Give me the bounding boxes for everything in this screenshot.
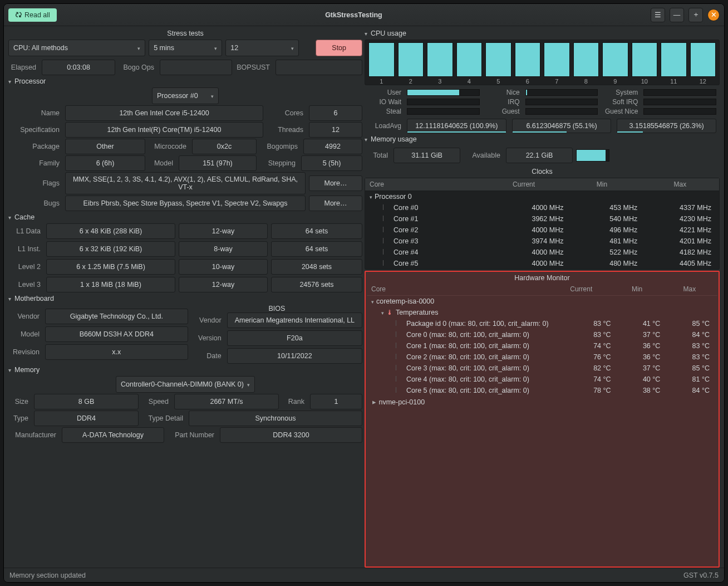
cache-label: Level 2 xyxy=(8,263,43,271)
table-row[interactable]: Core 4 (max: 80, crit: 100, crit_alarm: … xyxy=(367,374,717,385)
cpu-core-num: 7 xyxy=(555,78,558,85)
hwmon-min: 38 °C xyxy=(611,387,661,394)
clocks-table: Core Current Min Max Processor 0Core #04… xyxy=(365,178,720,270)
clock-core: Core #2 xyxy=(393,226,490,234)
hwmon-core: Core 1 (max: 80, crit: 100, crit_alarm: … xyxy=(406,342,562,350)
close-button[interactable]: ✕ xyxy=(707,9,720,21)
clocks-col-current[interactable]: Current xyxy=(485,178,563,191)
hamburger-menu-button[interactable]: ☰ xyxy=(651,8,665,22)
hamburger-icon: ☰ xyxy=(655,11,661,19)
cpu-core-num: 5 xyxy=(496,78,500,85)
cpu-core-bar xyxy=(661,42,687,77)
memory-usage-expander[interactable]: Memory usage xyxy=(365,134,720,144)
table-row[interactable]: Core #24000 MHz496 MHz4221 MHz xyxy=(365,224,719,236)
proc-name: 12th Gen Intel Core i5-12400 xyxy=(65,105,263,121)
cpu-core-num: 11 xyxy=(670,78,677,85)
cpu-core-bar xyxy=(544,42,570,77)
hwmon-nvme[interactable]: nvme-pci-0100 xyxy=(378,398,425,406)
table-row[interactable]: Core 1 (max: 80, crit: 100, crit_alarm: … xyxy=(367,340,717,351)
proc-spec: 12th Gen Intel(R) Core(TM) i5-12400 xyxy=(65,122,263,138)
clock-max: 4337 MHz xyxy=(637,204,715,212)
table-row[interactable]: Core 0 (max: 80, crit: 100, crit_alarm: … xyxy=(367,329,717,340)
mem-rank: 1 xyxy=(310,394,362,409)
hwmon-cur: 74 °C xyxy=(562,342,611,350)
hwmon-col-max[interactable]: Max xyxy=(662,283,717,295)
table-row[interactable]: Core #13962 MHz540 MHz4230 MHz xyxy=(365,213,719,224)
processor-expander[interactable]: Processor xyxy=(8,76,362,86)
table-row[interactable]: Core #44000 MHz522 MHz4182 MHz xyxy=(365,247,719,258)
read-all-button[interactable]: 🗘 Read all xyxy=(8,8,57,22)
bogo-label: Bogo Ops xyxy=(119,64,156,71)
cpu-usage-bars: 123456789101112 xyxy=(365,40,720,85)
stop-button[interactable]: Stop xyxy=(316,40,362,56)
hwmon-col-current[interactable]: Current xyxy=(550,283,612,295)
hwmon-temps-label[interactable]: Temperatures xyxy=(396,309,438,316)
minimize-button[interactable]: — xyxy=(670,8,684,22)
hwmon-col-min[interactable]: Min xyxy=(612,283,661,295)
memory-selector[interactable]: Controller0-ChannelA-DIMM0 (BANK 0) xyxy=(116,376,255,393)
hwmon-max: 85 °C xyxy=(660,320,713,328)
cache-expander[interactable]: Cache xyxy=(8,212,362,222)
stat-nice-label: Nice xyxy=(486,89,520,96)
memory-expander[interactable]: Memory xyxy=(8,365,362,375)
tree-toggle-icon[interactable] xyxy=(370,193,375,201)
cpu-usage-expander[interactable]: CPU usage xyxy=(365,28,720,38)
hwmon-chip[interactable]: coretemp-isa-0000 xyxy=(376,297,434,305)
table-row[interactable]: Core 2 (max: 80, crit: 100, crit_alarm: … xyxy=(367,351,717,363)
table-row[interactable]: Core #04000 MHz453 MHz4337 MHz xyxy=(365,202,719,213)
mem-type: DDR4 xyxy=(34,411,139,426)
stat-steal-bar xyxy=(407,108,480,115)
hwmon-core: Core 5 (max: 80, crit: 100, crit_alarm: … xyxy=(406,387,562,394)
read-all-label: Read all xyxy=(24,11,50,19)
proc-spec-label: Specification xyxy=(8,126,62,134)
proc-stepping-label: Stepping xyxy=(260,159,298,167)
hwmon-max: 81 °C xyxy=(660,375,713,383)
cache-sets: 64 sets xyxy=(271,223,362,239)
table-row[interactable]: Core #54000 MHz480 MHz4405 MHz xyxy=(365,258,719,269)
stat-guestnice-bar xyxy=(643,108,716,115)
flags-more-button[interactable]: More… xyxy=(309,175,362,191)
processor-selector[interactable]: Processor #0 xyxy=(152,87,219,104)
proc-flags-label: Flags xyxy=(8,179,62,187)
mem-size: 8 GB xyxy=(34,394,139,409)
cache-label: L1 Inst. xyxy=(8,245,43,253)
mobo-expander[interactable]: Motherboard xyxy=(8,294,362,304)
clocks-col-max[interactable]: Max xyxy=(641,178,719,191)
table-row[interactable]: Package id 0 (max: 80, crit: 100, crit_a… xyxy=(367,318,717,329)
table-row[interactable]: Core 3 (max: 80, crit: 100, crit_alarm: … xyxy=(367,363,717,374)
hwmon-min: 36 °C xyxy=(611,342,661,350)
cpu-core-bar xyxy=(632,42,658,77)
cache-size: 6 x 48 KiB (288 KiB) xyxy=(46,223,175,239)
chevron-down-icon xyxy=(214,44,217,52)
bugs-more-button[interactable]: More… xyxy=(309,196,362,211)
mobo-vendor-label: Vendor xyxy=(8,312,42,320)
hwmon-max: 83 °C xyxy=(660,342,713,350)
proc-flags: MMX, SSE(1, 2, 3, 3S, 4.1, 4.2), AVX(1, … xyxy=(65,172,306,194)
clocks-col-min[interactable]: Min xyxy=(563,178,641,191)
bopsust-value xyxy=(276,60,362,75)
cache-label: Level 3 xyxy=(8,281,43,289)
tree-toggle-icon[interactable] xyxy=(371,297,376,305)
proc-package: Other xyxy=(65,139,145,154)
clocks-proc-label[interactable]: Processor 0 xyxy=(375,193,412,201)
clock-core: Core #5 xyxy=(393,260,490,267)
clock-max: 4201 MHz xyxy=(637,237,715,245)
stress-duration-combo[interactable]: 5 mins xyxy=(149,40,222,56)
stress-workers-combo[interactable]: 12 xyxy=(225,40,299,56)
hwmon-col-core[interactable]: Core xyxy=(367,283,550,295)
stress-method-combo[interactable]: CPU: All methods xyxy=(8,40,145,56)
stat-nice-bar xyxy=(525,89,598,96)
maximize-button[interactable]: ＋ xyxy=(688,8,703,22)
bios-version: F20a xyxy=(227,330,362,346)
clocks-col-core[interactable]: Core xyxy=(365,178,485,191)
clock-cur: 3974 MHz xyxy=(490,237,564,245)
tree-toggle-icon[interactable] xyxy=(381,309,386,316)
chevron-down-icon xyxy=(247,380,250,388)
tree-collapsed-icon[interactable]: ▸ xyxy=(371,398,377,406)
table-row[interactable]: Core 5 (max: 80, crit: 100, crit_alarm: … xyxy=(367,385,717,396)
table-row[interactable]: Core #33974 MHz481 MHz4201 MHz xyxy=(365,236,719,247)
cpu-core-num: 8 xyxy=(584,78,588,85)
cpu-core-bar xyxy=(602,42,628,77)
cpu-core-num: 10 xyxy=(641,78,648,85)
cpu-core-bar xyxy=(485,42,511,77)
